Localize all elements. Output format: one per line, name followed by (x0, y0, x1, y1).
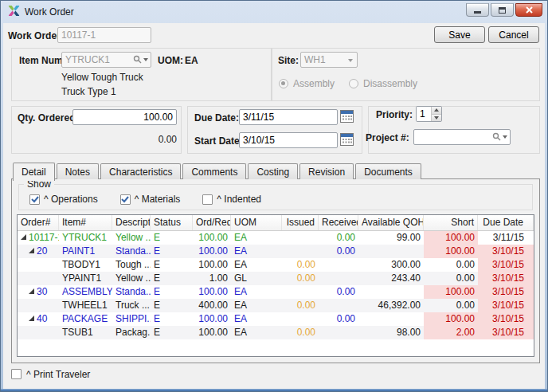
close-icon (526, 6, 533, 14)
cell-received (319, 258, 358, 272)
cell-item: TWHEEL1 (59, 299, 112, 312)
tree-expander-icon[interactable] (29, 288, 34, 294)
table-row-tsub1[interactable]: TSUB1Packag...E100.00EA0.0098.002.003/10… (18, 326, 534, 339)
checkbox-label: ^ Indented (217, 194, 261, 205)
cell-desc: Yellow ... (112, 272, 151, 285)
cell-ordreq: 100.00 (193, 258, 231, 272)
priority-label: Priority: (376, 109, 413, 120)
save-button[interactable]: Save (434, 26, 485, 43)
table-row-paint1[interactable]: 20PAINT1Standa...E100.00EA0.00100.003/10… (18, 245, 534, 258)
tree-expander-icon[interactable] (29, 248, 34, 253)
cell-short: 100.00 (424, 285, 478, 299)
cell-ordreq: 100.00 (193, 245, 231, 258)
column-header-item[interactable]: Item# (59, 215, 112, 230)
due-date-calendar-icon[interactable] (340, 110, 354, 125)
cell-issued (282, 285, 319, 299)
project-field[interactable] (413, 129, 511, 145)
cell-qoh: 99.00 (358, 231, 424, 245)
column-header-qoh[interactable]: Available QOH (358, 215, 424, 230)
due-date-input[interactable] (239, 109, 338, 125)
column-header-received[interactable]: Received (319, 215, 358, 230)
cell-due: 3/10/15 (478, 272, 534, 285)
show-checkbox-indented[interactable] (202, 194, 213, 205)
tab-notes[interactable]: Notes (57, 163, 99, 179)
table-header-row: Order#Item#DescriptiStatusOrd/Req.UOMIss… (18, 215, 534, 231)
cell-status: E (151, 312, 193, 326)
site-dropdown-icon (348, 59, 353, 62)
cell-order (18, 326, 59, 339)
minimize-icon (474, 11, 481, 14)
cell-order (18, 258, 59, 272)
cancel-button[interactable]: Cancel (488, 26, 539, 43)
table-row-tbody1[interactable]: TBODY1Tough ...E100.00EA0.00300.000.003/… (18, 258, 534, 272)
table-row-twheel1[interactable]: TWHEEL1Truck ...E400.00EA0.0046,392.000.… (18, 299, 534, 312)
uom-value: EA (185, 55, 198, 66)
cell-short: 100.00 (424, 231, 478, 245)
titlebar[interactable]: Work Order (1, 1, 547, 22)
column-header-uom[interactable]: UOM (231, 215, 282, 230)
close-button[interactable] (515, 3, 542, 17)
column-header-status[interactable]: Status (151, 215, 193, 230)
dialog-body: Work Order #: Save Cancel Item Number: Y… (3, 23, 545, 389)
start-date-input[interactable] (239, 132, 338, 148)
item-search-icon (133, 55, 148, 64)
print-traveler-checkbox[interactable] (11, 369, 22, 379)
project-search-icon[interactable] (492, 132, 507, 141)
cell-issued (282, 245, 319, 258)
start-date-calendar-icon[interactable] (340, 133, 354, 148)
cell-due: 3/10/15 (478, 285, 534, 299)
check-icon (121, 196, 129, 203)
table-row-assembly1[interactable]: 30ASSEMBLY1Standa...E100.00EA0.00100.003… (18, 285, 534, 299)
cell-status: E (151, 231, 193, 245)
cell-due: 3/11/15 (478, 231, 534, 245)
cell-uom: EA (231, 231, 282, 245)
item-number-value: YTRUCK1 (65, 54, 110, 65)
tab-detail[interactable]: Detail (13, 163, 55, 181)
tab-costing[interactable]: Costing (248, 163, 298, 179)
cell-desc: Standa... (112, 285, 151, 299)
item-number-field: YTRUCK1 (61, 52, 151, 68)
table-row-ypaint1[interactable]: YPAINT1Yellow ...E1.00GL0.00243.400.003/… (18, 272, 534, 285)
cell-received (319, 272, 358, 285)
cell-desc: Tough ... (112, 258, 151, 272)
check-icon (31, 196, 39, 203)
qty-completed-value: 0.00 (72, 134, 177, 145)
tree-expander-icon[interactable] (21, 234, 26, 240)
disassembly-label: Disassembly (363, 78, 417, 89)
column-header-due[interactable]: Due Date (478, 215, 534, 230)
show-checkbox-materials[interactable] (120, 194, 131, 205)
maximize-button[interactable] (491, 3, 514, 17)
due-date-label: Due Date: (194, 112, 239, 123)
column-header-ordreq[interactable]: Ord/Req. (193, 215, 231, 230)
priority-value[interactable] (417, 107, 431, 121)
qty-ordered-input[interactable] (72, 109, 177, 125)
column-header-issued[interactable]: Issued (282, 215, 319, 230)
column-header-short[interactable]: Short (424, 215, 478, 230)
cell-order: 30 (18, 285, 59, 299)
table-row-package[interactable]: 40PACKAGESHIPPI...E100.00EA0.00100.003/1… (18, 312, 534, 326)
tab-bar: DetailNotesCharacteristicsCommentsCostin… (13, 162, 423, 179)
tab-comments[interactable]: Comments (182, 163, 246, 179)
cell-short: 2.00 (424, 326, 478, 339)
priority-stepper[interactable] (416, 106, 442, 122)
tab-characteristics[interactable]: Characteristics (100, 163, 181, 179)
cell-due: 3/10/15 (478, 312, 534, 326)
cell-ordreq: 100.00 (193, 326, 231, 339)
cell-qoh (358, 285, 424, 299)
minimize-button[interactable] (466, 3, 489, 17)
cell-status: E (151, 258, 193, 272)
priority-up-button[interactable] (432, 107, 441, 115)
column-header-desc[interactable]: Descripti (112, 215, 151, 230)
cell-received: 0.00 (319, 312, 358, 326)
tab-documents[interactable]: Documents (355, 163, 421, 179)
cell-issued: 0.00 (282, 272, 319, 285)
column-header-order[interactable]: Order# (18, 215, 59, 230)
cell-status: E (151, 272, 193, 285)
priority-down-button[interactable] (432, 115, 441, 122)
cell-qoh (358, 245, 424, 258)
tree-expander-icon[interactable] (29, 316, 34, 321)
table-row-ytruck1[interactable]: 10117-1YTRUCK1Yellow ...E100.00EA0.0099.… (18, 231, 534, 245)
cell-order: 20 (18, 245, 59, 258)
show-checkbox-operations[interactable] (29, 194, 40, 205)
tab-revision[interactable]: Revision (299, 163, 354, 179)
